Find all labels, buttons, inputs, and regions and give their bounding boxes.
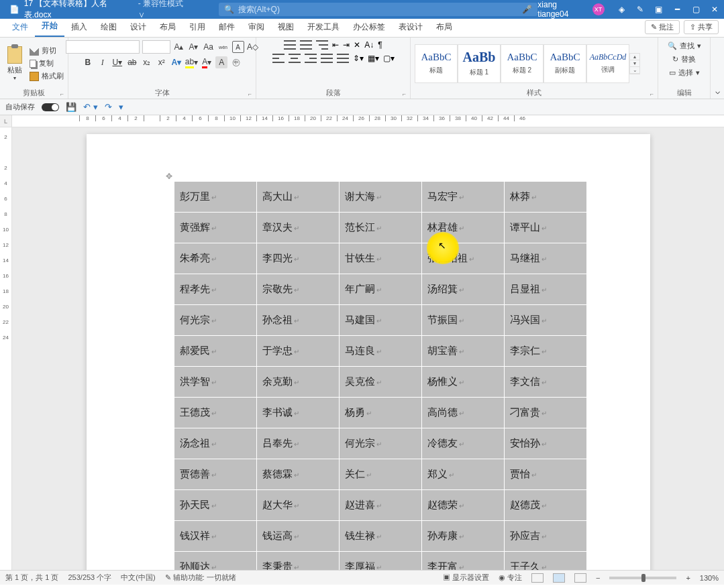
table-row[interactable]: 孙天民↵赵大华↵赵进喜↵赵德荣↵赵德茂↵ — [174, 490, 586, 521]
font-name-combo[interactable] — [66, 40, 140, 54]
vertical-ruler[interactable]: 224681012141618202224 — [0, 127, 12, 570]
table-cell[interactable]: 谢大海↵ — [339, 182, 421, 213]
show-marks-button[interactable]: ¶ — [378, 40, 382, 50]
table-cell[interactable]: 李厚福↵ — [339, 552, 421, 571]
shading-button[interactable]: ▦▾ — [368, 54, 379, 63]
web-layout-button[interactable] — [574, 573, 586, 583]
table-cell[interactable]: 关仁↵ — [339, 459, 421, 490]
table-row[interactable]: 何光宗↵孙念祖↵马建国↵节振国↵冯兴国↵ — [174, 305, 586, 336]
font-launcher[interactable]: ⌐ — [248, 91, 252, 97]
table-cell[interactable]: 贾怡↵ — [504, 459, 586, 490]
table-cell[interactable]: 孙念祖↵ — [256, 305, 339, 336]
table-cell[interactable]: 余克勤↵ — [256, 367, 339, 398]
focus-mode[interactable]: ◉ 专注 — [499, 573, 522, 583]
redo-button[interactable]: ↷ — [105, 102, 112, 112]
table-cell[interactable]: 郑义↵ — [421, 459, 504, 490]
table-cell[interactable]: 张伍绍祖↵ — [421, 243, 504, 274]
share-button[interactable]: ⇪ 共享 — [684, 20, 719, 34]
style-subtitle[interactable]: AaBbC副标题 — [544, 44, 586, 83]
distribute-button[interactable] — [337, 54, 349, 63]
table-cell[interactable]: 李秉贵↵ — [256, 552, 339, 571]
table-cell[interactable]: 钱生禄↵ — [339, 521, 421, 552]
table-cell[interactable]: 钱运高↵ — [256, 521, 339, 552]
table-cell[interactable]: 刁富贵↵ — [504, 398, 586, 428]
user-avatar[interactable]: XT — [592, 3, 605, 15]
tab-mailings[interactable]: 邮件 — [212, 17, 242, 37]
strike-button[interactable]: ab — [126, 56, 138, 68]
table-cell[interactable]: 孙顺达↵ — [174, 552, 256, 571]
format-painter-button[interactable]: 格式刷 — [30, 71, 64, 81]
replace-button[interactable]: ↻ 替换 — [671, 54, 697, 65]
align-right-button[interactable] — [305, 54, 317, 63]
style-heading2[interactable]: AaBbC标题 2 — [501, 44, 544, 83]
table-row[interactable]: 王德茂↵李书诚↵杨勇↵高尚德↵刁富贵↵ — [174, 398, 586, 428]
close-button[interactable]: ✕ — [705, 0, 724, 19]
table-cell[interactable]: 马连良↵ — [339, 336, 421, 367]
sort-button[interactable]: A↓ — [364, 40, 374, 50]
char-shading-button[interactable]: A — [215, 56, 227, 68]
name-table[interactable]: 彭万里↵高大山↵谢大海↵马宏宇↵林莽↵黄强辉↵章汉夫↵范长江↵林君雄↵谭平山↵朱… — [174, 181, 587, 570]
table-cell[interactable]: 蔡德霖↵ — [256, 459, 339, 490]
font-size-combo[interactable] — [142, 40, 170, 54]
align-left-button[interactable] — [272, 54, 285, 63]
select-button[interactable]: ▭ 选择 ▾ — [668, 67, 701, 78]
table-row[interactable]: 洪学智↵余克勤↵吴克俭↵杨惟义↵李文信↵ — [174, 367, 586, 398]
highlight-button[interactable]: ab▾ — [185, 56, 198, 68]
bold-button[interactable]: B — [82, 56, 94, 68]
tab-home[interactable]: 开始 — [35, 16, 64, 37]
change-case-button[interactable]: Aa — [203, 41, 215, 53]
table-cell[interactable]: 马建国↵ — [339, 305, 421, 336]
table-cell[interactable]: 赵德茂↵ — [504, 490, 586, 521]
table-cell[interactable]: 何光宗↵ — [339, 428, 421, 459]
table-row[interactable]: 彭万里↵高大山↵谢大海↵马宏宇↵林莽↵ — [174, 182, 586, 213]
table-cell[interactable]: 于学忠↵ — [256, 336, 339, 367]
tab-references[interactable]: 引用 — [183, 17, 212, 37]
underline-button[interactable]: U▾ — [111, 56, 123, 68]
phonetic-button[interactable]: wén — [217, 41, 229, 53]
copy-button[interactable]: 复制 — [30, 58, 64, 68]
user-name[interactable]: xiang tiange04 — [537, 0, 589, 19]
maximize-button[interactable]: ▢ — [687, 0, 706, 19]
table-row[interactable]: 孙顺达↵李秉贵↵李厚福↵李开富↵王子久↵ — [174, 552, 586, 571]
tab-table-design[interactable]: 表设计 — [392, 17, 429, 37]
table-cell[interactable]: 彭万里↵ — [174, 182, 256, 213]
bullets-button[interactable] — [284, 40, 296, 50]
table-cell[interactable]: 谭平山↵ — [504, 213, 586, 243]
zoom-slider[interactable] — [609, 577, 676, 579]
table-cell[interactable]: 马继祖↵ — [504, 243, 586, 274]
search-box[interactable]: 🔍 搜索(Alt+Q) 🎤 — [219, 3, 538, 16]
table-cell[interactable]: 甘铁生↵ — [339, 243, 421, 274]
document-scroll[interactable]: ✥ 彭万里↵高大山↵谢大海↵马宏宇↵林莽↵黄强辉↵章汉夫↵范长江↵林君雄↵谭平山… — [12, 127, 724, 570]
pen-icon[interactable]: ✎ — [631, 0, 650, 19]
table-cell[interactable]: 章汉夫↵ — [256, 213, 339, 243]
table-cell[interactable]: 宗敬先↵ — [256, 274, 339, 305]
enclose-char-button[interactable]: ㊥ — [230, 56, 242, 68]
justify-button[interactable] — [321, 54, 333, 63]
table-cell[interactable]: 杨惟义↵ — [421, 367, 504, 398]
diamond-icon[interactable]: ◈ — [613, 0, 631, 19]
table-cell[interactable]: 冷德友↵ — [421, 428, 504, 459]
collapse-ribbon-button[interactable]: ⌵ — [711, 38, 724, 99]
table-row[interactable]: 贾德善↵蔡德霖↵关仁↵郑义↵贾怡↵ — [174, 459, 586, 490]
table-cell[interactable]: 范长江↵ — [339, 213, 421, 243]
table-cell[interactable]: 高大山↵ — [256, 182, 339, 213]
table-cell[interactable]: 黄强辉↵ — [174, 213, 256, 243]
line-spacing-button[interactable]: ⇕▾ — [353, 54, 364, 63]
table-row[interactable]: 郝爱民↵于学忠↵马连良↵胡宝善↵李宗仁↵ — [174, 336, 586, 367]
table-cell[interactable]: 高尚德↵ — [421, 398, 504, 428]
multilevel-button[interactable] — [316, 40, 328, 50]
table-cell[interactable]: 李四光↵ — [256, 243, 339, 274]
styles-scroll[interactable]: ▴▾⌄ — [629, 53, 640, 74]
undo-button[interactable]: ↶ ▾ — [83, 102, 98, 112]
text-effects-button[interactable]: A▾ — [170, 56, 183, 68]
table-cell[interactable]: 郝爱民↵ — [174, 336, 256, 367]
superscript-button[interactable]: x² — [156, 56, 168, 68]
zoom-out-button[interactable]: − — [596, 574, 600, 582]
display-settings[interactable]: ▣ 显示器设置 — [443, 573, 489, 583]
horizontal-ruler[interactable]: 8642246810121416182022242628303234363840… — [12, 115, 724, 127]
table-cell[interactable]: 赵德荣↵ — [421, 490, 504, 521]
tab-design[interactable]: 设计 — [123, 17, 153, 37]
style-title[interactable]: AaBbC标题 — [415, 44, 458, 83]
tab-draw[interactable]: 绘图 — [94, 17, 123, 37]
table-cell[interactable]: 赵大华↵ — [256, 490, 339, 521]
